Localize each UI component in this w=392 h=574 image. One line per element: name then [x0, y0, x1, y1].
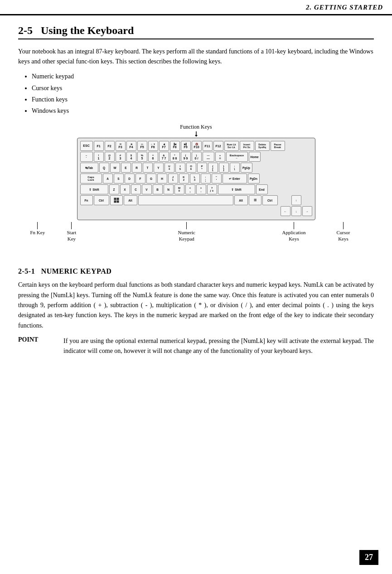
keyboard-image: ESC F1 F2 ✄F3 ⊕F4 ▭F5 ☼ ▼F6 ◀F7 ▐◀F8 ▶▌F…	[77, 138, 315, 220]
key-home: Home	[249, 152, 261, 162]
key-app: ☰	[249, 195, 261, 205]
function-keys-arrow	[194, 131, 198, 137]
key-2: @2	[105, 152, 115, 162]
key-s: S	[114, 174, 124, 183]
key-f8: ▐◀F8	[170, 141, 180, 151]
key-w: W	[110, 163, 120, 173]
key-caps: CapsLock	[80, 174, 102, 183]
keyboard-bottom-labels: Fn Key StartKey NumericKeypad Applicatio…	[24, 222, 368, 258]
key-f7: ◀F7	[159, 141, 169, 151]
key-6: ^6	[148, 152, 158, 162]
key-pause: PauseBreak	[271, 141, 285, 151]
key-n: N	[164, 184, 174, 194]
key-lbrace: {[	[208, 163, 218, 173]
key-lctrl: Ctrl	[94, 195, 109, 205]
key-f4: ⊕F4	[126, 141, 136, 151]
key-a: A	[103, 174, 113, 183]
cursor-cluster: ↑ ← ↓ →	[281, 195, 312, 216]
section-title: 2-5 Using the Keyboard	[18, 24, 374, 39]
key-f5: ▭F5	[137, 141, 147, 151]
key-f3: ✄F3	[116, 141, 126, 151]
numeric-keypad-label: NumericKeypad	[178, 222, 195, 242]
subsection-title: 2-5-1 NUMERIC KEYPAD	[18, 267, 374, 275]
key-period: >.	[196, 184, 206, 194]
key-l: L3	[190, 174, 200, 183]
key-x: X	[120, 184, 130, 194]
key-r: R	[132, 163, 142, 173]
start-key-label: StartKey	[67, 222, 77, 242]
key-esc: ESC	[80, 141, 93, 151]
intro-text: Your notebook has an integral 87-key key…	[18, 47, 374, 66]
key-tilde: ~`	[80, 152, 93, 162]
key-rshift: ⇧ Shift	[218, 184, 255, 194]
key-f12: F12	[213, 141, 223, 151]
key-win	[110, 195, 123, 205]
key-m: M0	[174, 184, 184, 194]
key-u: U4	[165, 163, 174, 173]
application-keys-label: ApplicationKeys	[282, 222, 306, 242]
key-f: F	[136, 174, 145, 183]
key-enter: ↵ Enter	[223, 174, 247, 183]
key-backspace: Backspace←	[226, 152, 248, 162]
page-header: 2. GETTING STARTED	[0, 0, 392, 15]
key-lalt: Alt	[124, 195, 137, 205]
key-0: )0 /	[192, 152, 202, 162]
key-7: &7 7	[159, 152, 169, 162]
key-f11: F11	[203, 141, 213, 151]
key-q: Q	[99, 163, 109, 173]
key-down: ↓	[291, 206, 301, 216]
key-quote: "'	[212, 174, 222, 183]
key-y: Y	[154, 163, 164, 173]
key-pipe: :\	[230, 163, 240, 173]
key-b: B	[153, 184, 163, 194]
key-f1: F1	[94, 141, 104, 151]
key-minus: ——	[203, 152, 214, 162]
svg-rect-5	[116, 201, 119, 203]
key-semicolon: :;	[201, 174, 211, 183]
svg-rect-4	[114, 201, 116, 203]
list-item: Numeric keypad	[32, 71, 374, 82]
key-o: O6	[186, 163, 196, 173]
list-item: Cursor keys	[32, 82, 374, 94]
key-i: I5	[175, 163, 185, 173]
key-equal: +=	[215, 152, 225, 162]
zxcv-row: ⇧ Shift Z X C V B N M0 <, >. ?/ + ⇧ Shif…	[80, 184, 312, 194]
asdf-row: CapsLock A S D F G H J1 K2 L3 :; "' ↵ En…	[80, 174, 312, 183]
qwerty-row: ↹Tab Q W E R T Y U4 I5 O6 P* {[ }] :\ Pg…	[80, 163, 312, 173]
list-item: Function keys	[32, 94, 374, 105]
key-f9: ▶▌F9	[181, 141, 191, 151]
fn-key-label: Fn Key	[30, 222, 45, 236]
key-d: D	[125, 174, 135, 183]
key-h: H	[157, 174, 167, 183]
header-title: 2. GETTING STARTED	[306, 4, 383, 11]
page-number: 27	[359, 550, 378, 565]
function-key-row: ESC F1 F2 ✄F3 ⊕F4 ▭F5 ☼ ▼F6 ◀F7 ▐◀F8 ▶▌F…	[80, 141, 312, 151]
key-lshift: ⇧ Shift	[80, 184, 108, 194]
svg-rect-2	[114, 198, 116, 200]
key-c: C	[131, 184, 141, 194]
key-v: V	[142, 184, 152, 194]
svg-rect-3	[116, 198, 119, 200]
key-k: K2	[179, 174, 189, 183]
key-space	[138, 195, 233, 205]
point-section: POINT If you are using the optional exte…	[18, 336, 374, 357]
key-f2: F2	[105, 141, 115, 151]
key-f10: 🔇F10	[192, 141, 202, 151]
key-fn: Fn	[80, 195, 93, 205]
cursor-keys-label: CursorKeys	[337, 222, 350, 242]
key-j: J1	[168, 174, 178, 183]
key-slash: ?/ +	[207, 184, 217, 194]
key-rbrace: }]	[219, 163, 229, 173]
key-f6: ☼ ▼F6	[148, 141, 158, 151]
number-key-row: ~` !1 @2 #3 $4 %5 ^6 &7 7 *8 8 (9 9 )0 /…	[80, 152, 312, 162]
key-left: ←	[281, 206, 290, 216]
key-delete: DeleteSysRq	[255, 141, 270, 151]
body-text-1: Certain keys on the keyboard perform dua…	[18, 280, 374, 331]
key-e: E	[121, 163, 131, 173]
key-3: #3	[116, 152, 126, 162]
key-t: T	[143, 163, 153, 173]
svg-marker-1	[195, 135, 198, 137]
key-rctrl: Ctrl	[262, 195, 278, 205]
key-9: (9 9	[181, 152, 191, 162]
key-4: $4	[126, 152, 136, 162]
